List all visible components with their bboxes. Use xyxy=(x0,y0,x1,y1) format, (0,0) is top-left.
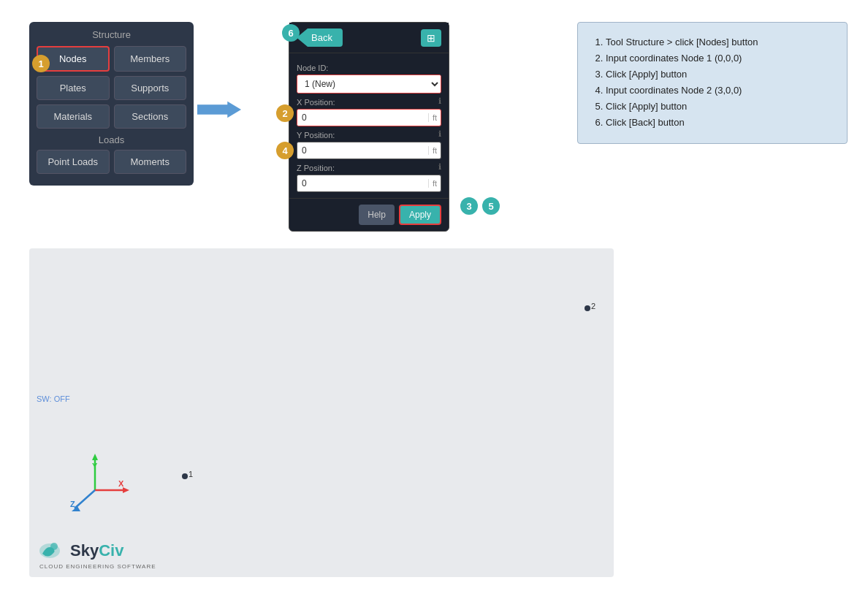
structure-title: Structure xyxy=(37,29,186,40)
badge-3: 3 xyxy=(460,197,478,215)
z-position-row: ft xyxy=(297,175,441,192)
instruction-item-6: Click [Back] button xyxy=(606,115,832,131)
node-id-label: Node ID: xyxy=(297,64,441,72)
logo-subtitle: CLOUD ENGINEERING SOFTWARE xyxy=(39,563,156,570)
svg-text:Z: Z xyxy=(70,500,75,508)
viewport: SW: OFF 1 2 Y X Z xyxy=(29,248,614,577)
y-unit: ft xyxy=(428,146,441,155)
y-position-input[interactable] xyxy=(297,142,428,159)
point-loads-button[interactable]: Point Loads xyxy=(37,150,110,174)
node-1-dot xyxy=(182,473,188,479)
back-button[interactable]: Back xyxy=(297,28,343,47)
apply-button[interactable]: Apply xyxy=(399,205,441,225)
logo-text: SkyCiv xyxy=(70,541,123,560)
axis-widget: Y X Z xyxy=(66,450,132,519)
instruction-item-1: Tool Structure > click [Nodes] button xyxy=(606,34,832,50)
node-2-dot xyxy=(585,305,590,311)
instruction-item-5: Click [Apply] button xyxy=(606,99,832,115)
node-panel-body: Node ID: 1 (New) X Position: ℹ ft Y Posi… xyxy=(289,53,449,198)
svg-marker-0 xyxy=(197,102,241,118)
logo-civ: Civ xyxy=(99,541,123,560)
node-id-select[interactable]: 1 (New) xyxy=(297,75,441,93)
structure-panel: Structure Nodes Members Plates Supports … xyxy=(29,22,194,186)
svg-text:Y: Y xyxy=(92,462,98,470)
node-id-row: 1 (New) xyxy=(297,75,441,94)
x-position-row: ft xyxy=(297,109,441,126)
grid-icon-button[interactable]: ⊞ xyxy=(421,29,441,47)
badge-5: 5 xyxy=(482,197,500,215)
instruction-item-2: Input coordinates Node 1 (0,0,0) xyxy=(606,50,832,66)
badge-1: 1 xyxy=(32,55,50,72)
materials-button[interactable]: Materials xyxy=(37,104,110,129)
instructions-list: Tool Structure > click [Nodes] button In… xyxy=(593,34,832,131)
node-1-label: 1 xyxy=(189,470,193,478)
svg-marker-2 xyxy=(92,454,98,460)
badge-2: 2 xyxy=(276,104,294,122)
skyciv-logo-icon xyxy=(37,539,66,562)
supports-button[interactable]: Supports xyxy=(114,76,187,100)
svg-marker-5 xyxy=(123,487,129,493)
arrow-right xyxy=(197,99,241,121)
y-info-icon: ℹ xyxy=(438,129,441,139)
skyciv-logo-main: SkyCiv xyxy=(37,539,123,562)
y-position-row: ft xyxy=(297,142,441,159)
node-2-label: 2 xyxy=(591,302,595,310)
plates-button[interactable]: Plates xyxy=(37,76,110,100)
node-panel: Back ⊞ Node ID: 1 (New) X Position: ℹ ft… xyxy=(289,22,449,232)
z-position-label-row: Z Position: ℹ xyxy=(297,159,441,175)
x-info-icon: ℹ xyxy=(438,96,441,106)
svg-line-7 xyxy=(75,490,95,508)
x-unit: ft xyxy=(428,113,441,122)
skyciv-logo: SkyCiv CLOUD ENGINEERING SOFTWARE xyxy=(37,539,156,570)
sw-label: SW: OFF xyxy=(37,394,70,403)
y-position-label: Y Position: xyxy=(297,131,335,140)
sections-button[interactable]: Sections xyxy=(114,104,187,129)
node-panel-header: Back ⊞ xyxy=(289,23,449,53)
instruction-item-3: Click [Apply] button xyxy=(606,66,832,83)
loads-buttons: Point Loads Moments xyxy=(37,150,186,174)
badge-6: 6 xyxy=(282,24,300,42)
instructions-box: Tool Structure > click [Nodes] button In… xyxy=(577,22,848,144)
y-position-label-row: Y Position: ℹ xyxy=(297,126,441,142)
loads-title: Loads xyxy=(37,134,186,145)
z-position-label: Z Position: xyxy=(297,164,335,172)
badge-4: 4 xyxy=(276,142,294,159)
x-position-label-row: X Position: ℹ xyxy=(297,94,441,109)
moments-button[interactable]: Moments xyxy=(114,150,187,174)
help-button[interactable]: Help xyxy=(359,205,395,225)
z-info-icon: ℹ xyxy=(438,162,441,172)
z-position-input[interactable] xyxy=(297,175,428,191)
z-unit: ft xyxy=(428,179,441,188)
structure-buttons: Nodes Members Plates Supports Materials … xyxy=(37,46,186,129)
node-panel-footer: Help Apply xyxy=(289,198,449,231)
x-position-input[interactable] xyxy=(297,110,428,126)
x-position-label: X Position: xyxy=(297,98,335,107)
svg-point-11 xyxy=(50,543,58,550)
instruction-item-4: Input coordinates Node 2 (3,0,0) xyxy=(606,83,832,99)
svg-text:X: X xyxy=(118,479,124,488)
members-button[interactable]: Members xyxy=(114,46,187,72)
logo-sky: Sky xyxy=(70,541,99,560)
